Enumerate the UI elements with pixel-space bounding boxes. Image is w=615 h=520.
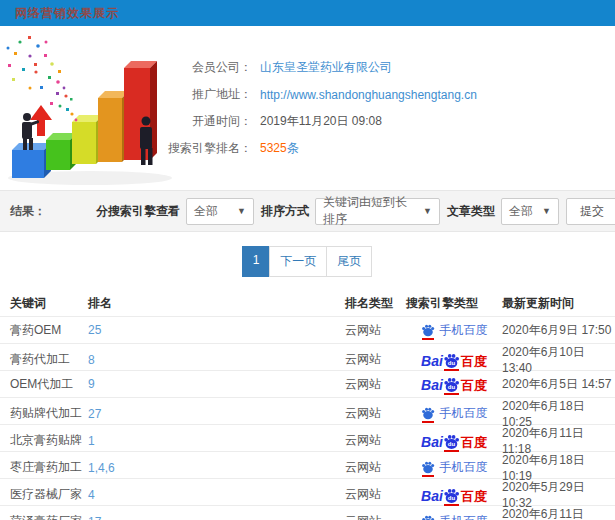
mobile-baidu-red-underline [422,338,434,340]
article-select-value: 全部 [509,203,533,220]
header-keyword: 关键词 [0,295,88,312]
promo-url-link[interactable]: http://www.shandonghuangshengtang.cn [260,88,477,102]
info-section: 会员公司： 山东皇圣堂药业有限公司 推广地址： http://www.shand… [0,26,615,190]
update-time-cell: 2020年6月10日 13:40 [502,344,615,375]
rank-link[interactable]: 9 [88,377,345,391]
baidu-logo-bai-text: Bai [421,378,443,392]
table-row: 菏泽膏药厂家 17 云网站 手机百度 2020年6月11日 11:40 [0,506,615,520]
article-type-select[interactable]: 全部 ▼ [501,198,559,225]
baidu-logo: Bai du 百度 [421,376,487,392]
caret-down-icon: ▼ [542,206,551,216]
sort-select-value: 关键词由短到长排序 [323,194,417,228]
table-row: 药贴牌代加工 27 云网站 手机百度 2020年6月18日 10:25 [0,398,615,425]
company-label: 会员公司： [137,59,252,76]
keyword-cell: 菏泽膏药厂家 [0,513,88,520]
baidu-red-underline [444,369,459,371]
baidu-red-underline [444,450,459,452]
baidu-red-underline [444,504,459,506]
mobile-baidu-logo: 手机百度 [421,405,488,422]
rank-type-cell: 云网站 [345,459,406,476]
baidu-logo: Bai du 百度 [421,487,487,503]
pagination-last[interactable]: 尾页 [326,246,372,277]
rank-type-cell: 云网站 [345,351,406,368]
engine-type-cell: Bai du 百度 [406,433,502,449]
info-row-open-time: 开通时间： 2019年11月20日 09:08 [137,108,477,135]
results-table: 关键词 排名 排名类型 搜索引擎类型 最新更新时间 膏药OEM 25 云网站 手… [0,291,615,520]
baidu-logo-bai-text: Bai [421,435,443,449]
engine-filter-label: 分搜索引擎查看 [96,203,180,220]
rank-link[interactable]: 17 [88,515,345,520]
rank-type-cell: 云网站 [345,513,406,520]
keyword-cell: 医疗器械厂家 [0,486,88,503]
info-row-url: 推广地址： http://www.shandonghuangshengtang.… [137,81,477,108]
svg-text:du: du [448,495,456,501]
baidu-logo: Bai du 百度 [421,352,487,368]
open-time-label: 开通时间： [137,113,252,130]
table-body: 膏药OEM 25 云网站 手机百度 2020年6月9日 17:50 膏药代加工 … [0,317,615,520]
keyword-cell: 枣庄膏药加工 [0,459,88,476]
keyword-cell: OEM代加工 [0,376,88,393]
table-row: OEM代加工 9 云网站 Bai du 百度 2020年6月5日 14:57 [0,371,615,398]
caret-down-icon: ▼ [423,206,432,216]
mobile-baidu-label: 手机百度 [440,513,488,520]
mobile-baidu-red-underline [422,475,434,477]
header-rank: 排名 [88,295,345,312]
engine-type-cell: Bai du 百度 [406,352,502,368]
submit-button[interactable]: 提交 [566,198,615,225]
table-row: 膏药代加工 8 云网站 Bai du 百度 2020年6月10日 13:40 [0,344,615,371]
engine-select[interactable]: 全部 ▼ [186,198,254,225]
page: 网络营销效果展示 [0,0,615,520]
engine-type-cell: Bai du 百度 [406,376,502,392]
baidu-logo-cn-text: 百度 [461,436,487,449]
filter-group-engine: 分搜索引擎查看 全部 ▼ [96,198,254,225]
sort-select[interactable]: 关键词由短到长排序 ▼ [315,198,440,225]
mobile-baidu-paw-icon [421,514,435,520]
rank-link[interactable]: 4 [88,488,345,502]
sort-filter-label: 排序方式 [261,203,309,220]
mobile-baidu-paw-icon [421,323,435,338]
rank-link[interactable]: 1,4,6 [88,461,345,475]
pagination-page-1[interactable]: 1 [242,246,271,277]
rank-link[interactable]: 27 [88,407,345,421]
article-filter-label: 文章类型 [447,203,495,220]
baidu-logo: Bai du 百度 [421,433,487,449]
table-header-row: 关键词 排名 排名类型 搜索引擎类型 最新更新时间 [0,291,615,317]
rank-count-value: 5325条 [260,140,299,157]
svg-text:du: du [448,360,456,366]
keyword-cell: 膏药OEM [0,322,88,339]
pagination-next[interactable]: 下一页 [269,246,327,277]
rank-type-cell: 云网站 [345,376,406,393]
engine-type-cell: 手机百度 [406,405,502,422]
baidu-paw-icon: du [443,433,460,450]
keyword-cell: 膏药代加工 [0,351,88,368]
engine-type-cell: Bai du 百度 [406,487,502,503]
mobile-baidu-logo: 手机百度 [421,513,488,520]
rank-link[interactable]: 8 [88,353,345,367]
rank-count-label: 搜索引擎排名： [137,140,252,157]
table-row: 膏药OEM 25 云网站 手机百度 2020年6月9日 17:50 [0,317,615,344]
rank-count-suffix: 条 [287,141,299,155]
mobile-baidu-logo: 手机百度 [421,459,488,476]
baidu-paw-icon: du [443,352,460,369]
keyword-cell: 北京膏药贴牌 [0,432,88,449]
page-title: 网络营销效果展示 [15,6,119,20]
rank-link[interactable]: 1 [88,434,345,448]
baidu-logo-cn-text: 百度 [461,379,487,392]
baidu-logo-cn-text: 百度 [461,490,487,503]
company-link[interactable]: 山东皇圣堂药业有限公司 [260,59,392,76]
rank-count-number: 5325 [260,141,287,155]
rank-type-cell: 云网站 [345,486,406,503]
svg-text:du: du [448,441,456,447]
table-row: 枣庄膏药加工 1,4,6 云网站 手机百度 2020年6月18日 10:19 [0,452,615,479]
mobile-baidu-paw-icon [421,460,435,475]
rank-link[interactable]: 25 [88,323,345,337]
caret-down-icon: ▼ [237,206,246,216]
mobile-baidu-label: 手机百度 [440,405,488,422]
rank-type-cell: 云网站 [345,405,406,422]
svg-text:du: du [448,384,456,390]
header-engine-type: 搜索引擎类型 [406,295,502,312]
engine-type-cell: 手机百度 [406,322,502,339]
company-info-list: 会员公司： 山东皇圣堂药业有限公司 推广地址： http://www.shand… [137,54,477,162]
info-row-rank-count: 搜索引擎排名： 5325条 [137,135,477,162]
table-row: 北京膏药贴牌 1 云网站 Bai du 百度 2020年6月11日 11:18 [0,425,615,452]
